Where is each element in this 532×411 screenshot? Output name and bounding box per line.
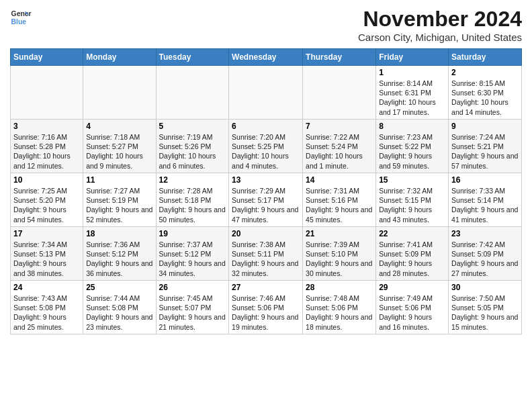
day-info: Sunrise: 7:38 AM Sunset: 5:11 PM Dayligh… — [232, 240, 300, 278]
day-number: 10 — [13, 175, 80, 185]
calendar-cell: 25Sunrise: 7:44 AM Sunset: 5:08 PM Dayli… — [83, 281, 156, 334]
week-row-4: 24Sunrise: 7:43 AM Sunset: 5:08 PM Dayli… — [11, 281, 522, 334]
day-number: 28 — [306, 283, 373, 292]
calendar-cell: 7Sunrise: 7:22 AM Sunset: 5:24 PM Daylig… — [303, 120, 376, 173]
calendar-cell — [303, 66, 376, 120]
day-number: 13 — [232, 175, 300, 185]
calendar-cell: 13Sunrise: 7:29 AM Sunset: 5:17 PM Dayli… — [229, 173, 303, 227]
week-row-0: 1Sunrise: 8:14 AM Sunset: 6:31 PM Daylig… — [11, 66, 522, 120]
weekday-header-tuesday: Tuesday — [156, 49, 229, 66]
calendar-cell: 23Sunrise: 7:42 AM Sunset: 5:09 PM Dayli… — [449, 227, 522, 281]
day-number: 16 — [451, 175, 519, 185]
day-info: Sunrise: 7:34 AM Sunset: 5:13 PM Dayligh… — [13, 240, 80, 278]
day-number: 2 — [451, 68, 519, 77]
day-info: Sunrise: 7:46 AM Sunset: 5:06 PM Dayligh… — [232, 293, 300, 332]
day-number: 11 — [86, 175, 152, 185]
week-row-1: 3Sunrise: 7:16 AM Sunset: 5:28 PM Daylig… — [11, 120, 522, 173]
day-info: Sunrise: 8:15 AM Sunset: 6:30 PM Dayligh… — [451, 79, 519, 117]
weekday-header-thursday: Thursday — [303, 49, 376, 66]
month-title: November 2024 — [358, 7, 522, 32]
day-number: 19 — [159, 229, 226, 238]
day-info: Sunrise: 7:18 AM Sunset: 5:27 PM Dayligh… — [86, 132, 152, 171]
day-info: Sunrise: 7:16 AM Sunset: 5:28 PM Dayligh… — [13, 132, 80, 171]
calendar-cell — [229, 66, 303, 120]
day-number: 8 — [379, 122, 445, 131]
day-number: 12 — [159, 175, 226, 185]
day-number: 23 — [451, 229, 519, 238]
location: Carson City, Michigan, United States — [358, 32, 522, 43]
day-info: Sunrise: 7:41 AM Sunset: 5:09 PM Dayligh… — [379, 240, 445, 278]
day-number: 1 — [379, 68, 445, 77]
day-number: 18 — [86, 229, 152, 238]
week-row-2: 10Sunrise: 7:25 AM Sunset: 5:20 PM Dayli… — [11, 173, 522, 227]
day-number: 4 — [86, 122, 152, 131]
day-info: Sunrise: 7:43 AM Sunset: 5:08 PM Dayligh… — [13, 293, 80, 332]
day-info: Sunrise: 7:24 AM Sunset: 5:21 PM Dayligh… — [451, 132, 519, 171]
day-number: 29 — [379, 283, 445, 292]
calendar-cell — [11, 66, 83, 120]
calendar-cell: 12Sunrise: 7:28 AM Sunset: 5:18 PM Dayli… — [156, 173, 229, 227]
day-number: 14 — [306, 175, 373, 185]
day-info: Sunrise: 7:39 AM Sunset: 5:10 PM Dayligh… — [306, 240, 373, 278]
svg-text:General: General — [11, 10, 32, 17]
weekday-header-friday: Friday — [376, 49, 449, 66]
calendar-cell: 22Sunrise: 7:41 AM Sunset: 5:09 PM Dayli… — [376, 227, 449, 281]
weekday-header-wednesday: Wednesday — [229, 49, 303, 66]
day-info: Sunrise: 7:33 AM Sunset: 5:14 PM Dayligh… — [451, 186, 519, 224]
day-number: 24 — [13, 283, 80, 292]
day-info: Sunrise: 7:28 AM Sunset: 5:18 PM Dayligh… — [159, 186, 226, 224]
day-info: Sunrise: 7:44 AM Sunset: 5:08 PM Dayligh… — [86, 293, 152, 332]
day-number: 9 — [451, 122, 519, 131]
calendar-cell: 6Sunrise: 7:20 AM Sunset: 5:25 PM Daylig… — [229, 120, 303, 173]
calendar-cell: 30Sunrise: 7:50 AM Sunset: 5:05 PM Dayli… — [449, 281, 522, 334]
day-info: Sunrise: 7:25 AM Sunset: 5:20 PM Dayligh… — [13, 186, 80, 224]
calendar-cell: 29Sunrise: 7:49 AM Sunset: 5:06 PM Dayli… — [376, 281, 449, 334]
day-number: 20 — [232, 229, 300, 238]
day-info: Sunrise: 7:23 AM Sunset: 5:22 PM Dayligh… — [379, 132, 445, 171]
day-info: Sunrise: 7:31 AM Sunset: 5:16 PM Dayligh… — [306, 186, 373, 224]
calendar-cell: 10Sunrise: 7:25 AM Sunset: 5:20 PM Dayli… — [11, 173, 83, 227]
day-info: Sunrise: 7:42 AM Sunset: 5:09 PM Dayligh… — [451, 240, 519, 278]
day-info: Sunrise: 7:22 AM Sunset: 5:24 PM Dayligh… — [306, 132, 373, 171]
day-number: 3 — [13, 122, 80, 131]
calendar-cell: 9Sunrise: 7:24 AM Sunset: 5:21 PM Daylig… — [449, 120, 522, 173]
calendar-cell: 11Sunrise: 7:27 AM Sunset: 5:19 PM Dayli… — [83, 173, 156, 227]
day-number: 17 — [13, 229, 80, 238]
calendar-cell: 24Sunrise: 7:43 AM Sunset: 5:08 PM Dayli… — [11, 281, 83, 334]
logo-icon: General Blue — [10, 7, 32, 28]
calendar-cell: 3Sunrise: 7:16 AM Sunset: 5:28 PM Daylig… — [11, 120, 83, 173]
day-info: Sunrise: 8:14 AM Sunset: 6:31 PM Dayligh… — [379, 79, 445, 117]
day-info: Sunrise: 7:27 AM Sunset: 5:19 PM Dayligh… — [86, 186, 152, 224]
calendar-cell: 16Sunrise: 7:33 AM Sunset: 5:14 PM Dayli… — [449, 173, 522, 227]
weekday-header-row: SundayMondayTuesdayWednesdayThursdayFrid… — [11, 49, 522, 66]
calendar-table: SundayMondayTuesdayWednesdayThursdayFrid… — [10, 48, 522, 334]
calendar-cell: 21Sunrise: 7:39 AM Sunset: 5:10 PM Dayli… — [303, 227, 376, 281]
calendar-cell — [83, 66, 156, 120]
calendar-cell: 2Sunrise: 8:15 AM Sunset: 6:30 PM Daylig… — [449, 66, 522, 120]
day-number: 27 — [232, 283, 300, 292]
day-number: 15 — [379, 175, 445, 185]
day-number: 22 — [379, 229, 445, 238]
day-number: 30 — [451, 283, 519, 292]
day-info: Sunrise: 7:45 AM Sunset: 5:07 PM Dayligh… — [159, 293, 226, 332]
weekday-header-saturday: Saturday — [449, 49, 522, 66]
day-number: 21 — [306, 229, 373, 238]
day-info: Sunrise: 7:19 AM Sunset: 5:26 PM Dayligh… — [159, 132, 226, 171]
calendar-cell: 17Sunrise: 7:34 AM Sunset: 5:13 PM Dayli… — [11, 227, 83, 281]
day-info: Sunrise: 7:50 AM Sunset: 5:05 PM Dayligh… — [451, 293, 519, 332]
day-number: 26 — [159, 283, 226, 292]
calendar-cell: 18Sunrise: 7:36 AM Sunset: 5:12 PM Dayli… — [83, 227, 156, 281]
calendar-cell: 28Sunrise: 7:48 AM Sunset: 5:06 PM Dayli… — [303, 281, 376, 334]
svg-text:Blue: Blue — [11, 18, 27, 26]
day-info: Sunrise: 7:49 AM Sunset: 5:06 PM Dayligh… — [379, 293, 445, 332]
day-number: 25 — [86, 283, 152, 292]
calendar-cell: 19Sunrise: 7:37 AM Sunset: 5:12 PM Dayli… — [156, 227, 229, 281]
day-number: 6 — [232, 122, 300, 131]
weekday-header-sunday: Sunday — [11, 49, 83, 66]
calendar-cell: 5Sunrise: 7:19 AM Sunset: 5:26 PM Daylig… — [156, 120, 229, 173]
day-number: 5 — [159, 122, 226, 131]
calendar-cell: 1Sunrise: 8:14 AM Sunset: 6:31 PM Daylig… — [376, 66, 449, 120]
day-info: Sunrise: 7:29 AM Sunset: 5:17 PM Dayligh… — [232, 186, 300, 224]
week-row-3: 17Sunrise: 7:34 AM Sunset: 5:13 PM Dayli… — [11, 227, 522, 281]
calendar-cell: 4Sunrise: 7:18 AM Sunset: 5:27 PM Daylig… — [83, 120, 156, 173]
